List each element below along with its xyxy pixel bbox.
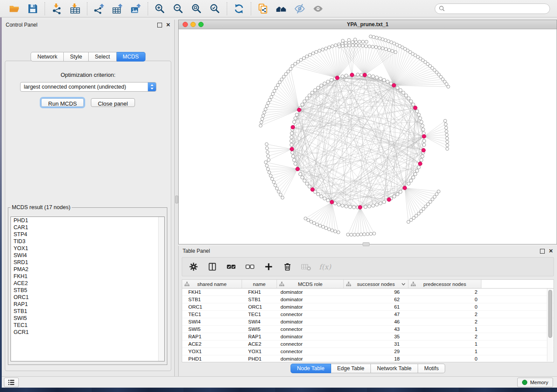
select-all-button[interactable] xyxy=(225,261,237,272)
network-node[interactable] xyxy=(435,193,438,196)
network-node[interactable] xyxy=(415,169,419,172)
float-table-panel-button[interactable] xyxy=(540,249,545,254)
network-node[interactable] xyxy=(308,53,311,56)
network-node[interactable] xyxy=(345,74,348,78)
network-node[interactable] xyxy=(387,40,390,43)
network-node[interactable] xyxy=(320,195,323,198)
mcds-result-item[interactable]: SWI4 xyxy=(11,252,164,259)
network-node[interactable] xyxy=(294,62,297,65)
network-node[interactable] xyxy=(358,40,361,43)
network-node[interactable] xyxy=(305,182,309,186)
mcds-result-item[interactable]: SWI5 xyxy=(11,315,164,322)
network-node[interactable] xyxy=(372,35,375,38)
network-node[interactable] xyxy=(361,40,364,43)
network-node[interactable] xyxy=(311,52,315,55)
network-node[interactable] xyxy=(284,72,287,76)
network-node[interactable] xyxy=(382,79,386,82)
export-image-button[interactable] xyxy=(130,3,142,15)
mcds-result-item[interactable]: TID3 xyxy=(11,238,164,245)
network-node[interactable] xyxy=(407,220,410,224)
network-node[interactable] xyxy=(334,44,337,47)
network-node[interactable] xyxy=(303,100,306,103)
network-node[interactable] xyxy=(384,48,387,51)
network-node[interactable] xyxy=(369,35,372,38)
network-node[interactable] xyxy=(289,68,292,71)
mcds-hub-node[interactable] xyxy=(311,188,315,192)
mcds-result-item[interactable]: PMA2 xyxy=(11,266,164,273)
network-node[interactable] xyxy=(291,151,294,155)
network-node[interactable] xyxy=(259,124,262,127)
network-node[interactable] xyxy=(379,202,382,205)
network-node[interactable] xyxy=(393,195,396,198)
mcds-result-item[interactable]: RAP1 xyxy=(11,301,164,308)
mcds-result-item[interactable]: SRD1 xyxy=(11,259,164,266)
table-row[interactable]: STB1STB1dominator620 xyxy=(182,296,554,303)
tab-select[interactable]: Select xyxy=(89,52,117,62)
network-node[interactable] xyxy=(375,76,379,79)
zoom-in-button[interactable] xyxy=(154,3,166,15)
network-node[interactable] xyxy=(280,78,283,81)
network-node[interactable] xyxy=(326,199,330,202)
network-node[interactable] xyxy=(422,139,426,143)
network-node[interactable] xyxy=(277,190,280,193)
mcds-hub-node[interactable] xyxy=(330,200,334,204)
table-row[interactable]: RAP1RAP1dominator352 xyxy=(182,333,554,340)
horizontal-splitter-grip[interactable] xyxy=(363,242,370,246)
hide-selected-button[interactable] xyxy=(294,3,306,15)
column-header-mcds-role[interactable]: MCDS role xyxy=(277,280,344,288)
network-node[interactable] xyxy=(266,168,270,171)
network-node[interactable] xyxy=(364,205,367,209)
network-node[interactable] xyxy=(299,58,302,62)
network-node[interactable] xyxy=(437,190,440,193)
network-node[interactable] xyxy=(312,222,315,225)
mcds-hub-node[interactable] xyxy=(290,147,294,151)
mcds-result-item[interactable]: GCR1 xyxy=(11,329,164,336)
network-node[interactable] xyxy=(302,57,305,60)
network-node[interactable] xyxy=(446,147,449,150)
table-row[interactable]: TEC1TEC1connector472 xyxy=(182,311,554,318)
network-node[interactable] xyxy=(326,80,330,83)
table-settings-button[interactable] xyxy=(188,261,199,272)
network-node[interactable] xyxy=(347,38,350,41)
network-node[interactable] xyxy=(341,39,344,42)
table-tab-node-table[interactable]: Node Table xyxy=(291,364,331,373)
network-node[interactable] xyxy=(378,46,381,49)
show-columns-button[interactable] xyxy=(207,261,218,272)
mcds-result-item[interactable]: STP4 xyxy=(11,231,164,238)
delete-table-button[interactable] xyxy=(301,261,312,272)
column-header-shared-name[interactable]: shared name xyxy=(182,280,242,288)
network-node[interactable] xyxy=(291,64,294,67)
network-node[interactable] xyxy=(264,108,267,111)
add-column-button[interactable] xyxy=(263,261,274,272)
network-node[interactable] xyxy=(274,184,277,187)
network-node[interactable] xyxy=(323,82,326,86)
network-node[interactable] xyxy=(321,48,324,51)
network-node[interactable] xyxy=(287,70,290,73)
network-node[interactable] xyxy=(291,155,295,158)
mcds-hub-node[interactable] xyxy=(336,76,339,80)
search-box[interactable] xyxy=(435,3,550,14)
network-node[interactable] xyxy=(316,86,320,89)
network-node[interactable] xyxy=(266,155,270,158)
network-node[interactable] xyxy=(278,81,281,84)
network-node[interactable] xyxy=(266,147,269,150)
mcds-hub-node[interactable] xyxy=(413,106,417,110)
mcds-result-item[interactable]: TEC1 xyxy=(11,322,164,329)
network-node[interactable] xyxy=(265,143,268,146)
network-node[interactable] xyxy=(446,137,449,140)
network-node[interactable] xyxy=(310,220,313,223)
network-node[interactable] xyxy=(290,139,293,143)
network-node[interactable] xyxy=(371,45,374,48)
network-node[interactable] xyxy=(297,60,300,63)
tab-mcds[interactable]: MCDS xyxy=(117,52,145,62)
network-node[interactable] xyxy=(422,128,425,131)
network-node[interactable] xyxy=(320,84,323,87)
network-node[interactable] xyxy=(407,97,411,100)
network-node[interactable] xyxy=(268,171,271,174)
table-tab-edge-table[interactable]: Edge Table xyxy=(331,364,371,373)
network-window-titlebar[interactable]: YPA_prune.txt_1 xyxy=(179,20,557,29)
table-row[interactable]: ORC1ORC1dominator610 xyxy=(182,303,554,311)
network-node[interactable] xyxy=(299,172,302,176)
network-node[interactable] xyxy=(307,219,310,222)
network-node[interactable] xyxy=(265,164,268,167)
